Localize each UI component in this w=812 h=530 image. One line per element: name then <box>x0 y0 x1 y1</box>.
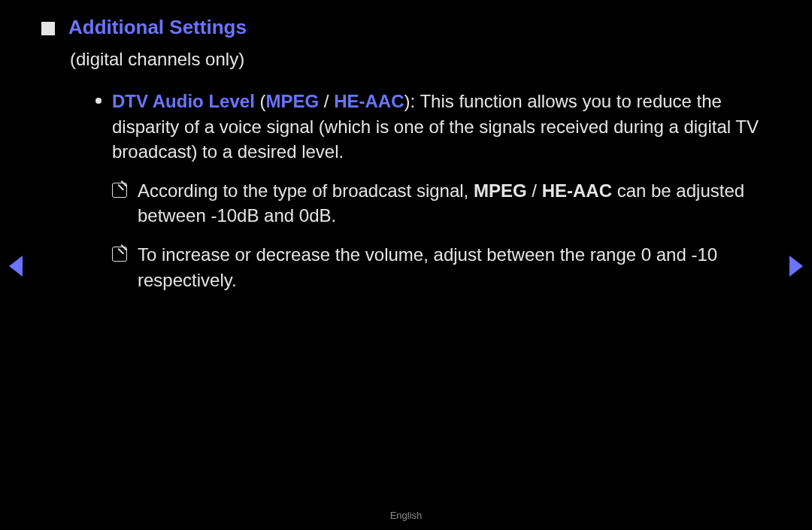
paren-open: ( <box>255 91 266 111</box>
section-title: Additional Settings <box>68 14 247 41</box>
note1-heaac: HE-AAC <box>542 180 612 201</box>
manual-page: Additional Settings (digital channels on… <box>0 0 812 530</box>
note1-pre: According to the type of broadcast signa… <box>138 180 474 201</box>
paren-close: ): <box>404 91 420 111</box>
setting-item-text: DTV Audio Level (MPEG / HE-AAC): This fu… <box>112 89 771 165</box>
note1-sep: / <box>527 180 542 201</box>
section-header: Additional Settings <box>41 14 771 41</box>
note-icon <box>112 247 127 262</box>
option-heaac: HE-AAC <box>334 91 404 111</box>
note1-mpeg: MPEG <box>474 180 527 201</box>
option-separator: / <box>319 91 334 111</box>
option-mpeg: MPEG <box>265 91 319 111</box>
setting-name: DTV Audio Level <box>112 91 255 111</box>
settings-list: DTV Audio Level (MPEG / HE-AAC): This fu… <box>95 89 771 292</box>
note-text-1: According to the type of broadcast signa… <box>138 178 771 229</box>
prev-page-arrow-icon[interactable] <box>9 256 23 277</box>
round-bullet-icon <box>95 98 102 104</box>
note-text-2: To increase or decrease the volume, adju… <box>138 242 771 292</box>
setting-item: DTV Audio Level (MPEG / HE-AAC): This fu… <box>95 89 771 165</box>
section-subtitle: (digital channels only) <box>70 47 771 72</box>
content-area: Additional Settings (digital channels on… <box>41 14 771 306</box>
note-item-2: To increase or decrease the volume, adju… <box>112 242 771 292</box>
note-item-1: According to the type of broadcast signa… <box>112 178 771 229</box>
next-page-arrow-icon[interactable] <box>789 256 803 277</box>
footer-language: English <box>0 509 812 522</box>
square-bullet-icon <box>41 22 55 35</box>
note-icon <box>112 183 127 198</box>
